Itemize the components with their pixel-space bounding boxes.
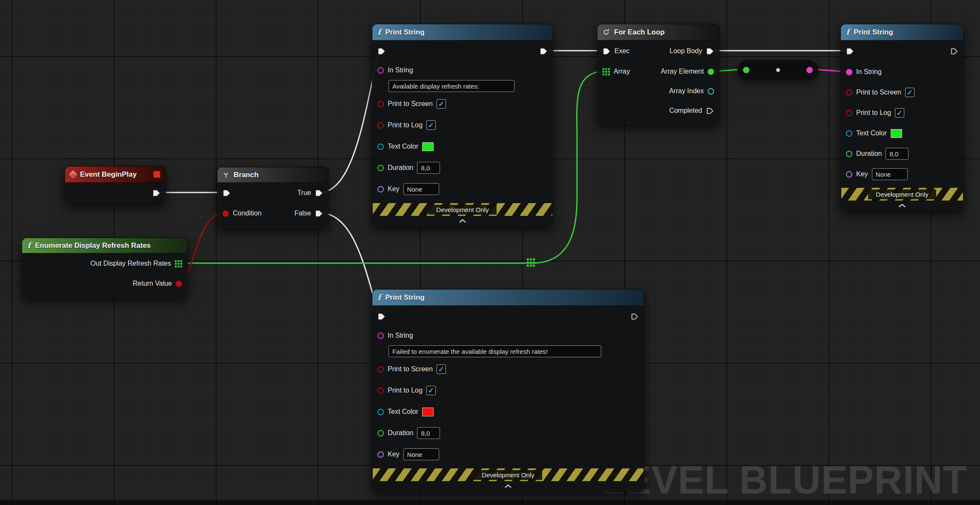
- collapse-chevron-icon[interactable]: [898, 204, 906, 208]
- pin-row: [372, 79, 553, 93]
- node-header[interactable]: Print String: [841, 24, 963, 40]
- conversion-out-pin[interactable]: [806, 67, 813, 73]
- conversion-in-pin[interactable]: [743, 67, 749, 73]
- print-to-screen-checkbox[interactable]: [437, 99, 446, 109]
- false-exec-out-pin[interactable]: [315, 209, 323, 218]
- pin-label: Text Color: [388, 408, 418, 416]
- print-to-screen-pin[interactable]: [846, 89, 852, 96]
- array-in-pin[interactable]: [603, 68, 610, 75]
- array-element-pin[interactable]: [708, 69, 714, 75]
- print-to-log-pin[interactable]: [846, 110, 852, 116]
- duration-input[interactable]: [417, 427, 440, 439]
- node-title: Event BeginPlay: [80, 170, 137, 179]
- collapse-chevron-icon[interactable]: [458, 219, 467, 223]
- node-branch[interactable]: Branch True Condition False: [217, 167, 329, 228]
- node-header[interactable]: Print String: [372, 290, 644, 306]
- node-header[interactable]: Print String: [372, 24, 553, 40]
- in-string-pin[interactable]: [377, 333, 384, 339]
- text-color-pin[interactable]: [377, 143, 384, 150]
- array-reroute-pin[interactable]: [527, 258, 535, 267]
- key-input[interactable]: [403, 448, 439, 460]
- loop-icon: [603, 29, 610, 36]
- array-reroute-node[interactable]: [527, 258, 535, 268]
- in-string-input[interactable]: [389, 345, 601, 357]
- node-print-string-element[interactable]: Print String In String Print to Screen P…: [840, 24, 964, 211]
- wire-exec-false-to-print[interactable]: [320, 213, 380, 316]
- in-string-input[interactable]: [389, 80, 514, 92]
- wire-exec-true-to-print[interactable]: [320, 51, 380, 192]
- return-value-pin[interactable]: [176, 281, 182, 287]
- conversion-dot-icon: [776, 68, 780, 72]
- development-only-label: Development Only: [429, 205, 496, 215]
- text-color-swatch[interactable]: [422, 142, 434, 151]
- node-print-string-available[interactable]: Print String In String Print to Screen P…: [372, 24, 553, 227]
- pin-row: [841, 40, 963, 62]
- exec-in-pin[interactable]: [223, 189, 231, 197]
- exec-in-pin[interactable]: [846, 47, 854, 55]
- key-input[interactable]: [872, 168, 908, 180]
- pin-label: False: [294, 209, 311, 217]
- print-to-log-pin[interactable]: [377, 122, 384, 129]
- text-color-pin[interactable]: [377, 409, 384, 415]
- exec-in-pin[interactable]: [377, 47, 386, 55]
- in-string-pin[interactable]: [846, 69, 852, 75]
- print-to-log-pin[interactable]: [377, 387, 384, 394]
- text-color-swatch[interactable]: [891, 129, 902, 138]
- node-print-string-failed[interactable]: Print String In String Print to Screen P…: [372, 289, 644, 492]
- node-for-each-loop[interactable]: For Each Loop Exec Loop Body Array Array…: [597, 24, 720, 124]
- print-to-log-checkbox[interactable]: [426, 121, 436, 130]
- completed-exec-out-pin[interactable]: [706, 107, 714, 115]
- node-title: For Each Loop: [614, 28, 665, 37]
- key-pin[interactable]: [377, 451, 384, 458]
- text-color-pin[interactable]: [846, 130, 852, 137]
- print-to-screen-pin[interactable]: [377, 101, 384, 107]
- key-input[interactable]: [403, 183, 439, 195]
- node-title: Branch: [234, 171, 259, 179]
- true-exec-out-pin[interactable]: [315, 189, 323, 197]
- duration-input[interactable]: [886, 148, 909, 160]
- duration-pin[interactable]: [846, 151, 852, 157]
- node-header[interactable]: Event BeginPlay: [65, 166, 166, 183]
- print-to-log-checkbox[interactable]: [426, 386, 436, 395]
- development-only-label: Development Only: [474, 470, 542, 480]
- pin-row: True: [217, 183, 328, 203]
- pin-label: Print to Screen: [856, 89, 901, 96]
- node-header[interactable]: Enumerate Display Refresh Rates: [22, 238, 187, 253]
- pin-label: In String: [856, 68, 882, 76]
- duration-pin[interactable]: [377, 165, 384, 171]
- node-event-beginplay[interactable]: Event BeginPlay: [65, 166, 166, 204]
- out-array-pin[interactable]: [175, 260, 182, 267]
- branch-icon: [223, 172, 229, 178]
- duration-input[interactable]: [417, 162, 440, 174]
- exec-out-pin[interactable]: [540, 47, 548, 55]
- condition-pin[interactable]: [223, 210, 229, 217]
- duration-pin[interactable]: [377, 430, 384, 436]
- development-only-banner: Development Only: [841, 188, 963, 201]
- pin-row: Key: [841, 164, 963, 184]
- print-to-screen-checkbox[interactable]: [437, 364, 446, 374]
- exec-out-pin[interactable]: [631, 313, 639, 321]
- key-pin[interactable]: [377, 186, 384, 192]
- exec-in-pin[interactable]: [377, 313, 386, 321]
- print-to-log-checkbox[interactable]: [895, 108, 904, 118]
- exec-out-pin[interactable]: [152, 189, 160, 197]
- node-enumerate-display-refresh-rates[interactable]: Enumerate Display Refresh Rates Out Disp…: [22, 238, 188, 298]
- array-index-pin[interactable]: [708, 88, 714, 95]
- print-to-screen-checkbox[interactable]: [905, 88, 914, 97]
- print-to-screen-pin[interactable]: [377, 366, 384, 373]
- collapse-chevron-icon[interactable]: [504, 484, 512, 488]
- exec-out-pin[interactable]: [950, 47, 958, 55]
- in-string-pin[interactable]: [377, 67, 384, 74]
- graph-canvas[interactable]: LEVEL BLUEPRINT Event BeginPlay: [0, 0, 980, 505]
- node-title: Enumerate Display Refresh Rates: [35, 241, 151, 250]
- loop-body-exec-out-pin[interactable]: [706, 47, 714, 55]
- key-pin[interactable]: [846, 171, 852, 178]
- text-color-swatch[interactable]: [422, 407, 434, 416]
- development-only-banner: Development Only: [373, 203, 552, 216]
- pin-label: Print to Log: [856, 109, 891, 117]
- pin-label: Exec: [614, 47, 630, 55]
- node-header[interactable]: Branch: [217, 167, 328, 183]
- conversion-node-float-to-string[interactable]: [737, 60, 818, 80]
- node-header[interactable]: For Each Loop: [597, 24, 719, 40]
- exec-in-pin[interactable]: [603, 47, 611, 55]
